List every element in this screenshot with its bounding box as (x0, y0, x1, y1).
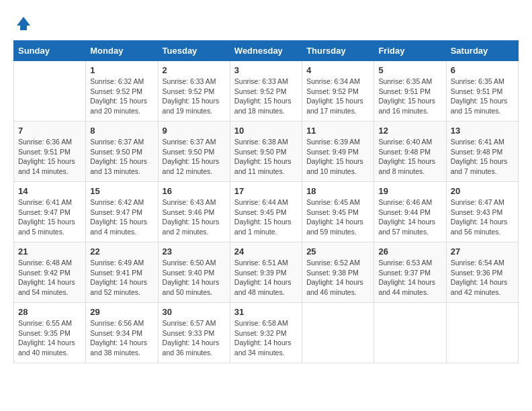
calendar-cell: 17Sunrise: 6:44 AM Sunset: 9:45 PM Dayli… (230, 182, 302, 242)
day-number: 3 (234, 65, 298, 75)
cell-info: Sunrise: 6:56 AM Sunset: 9:34 PM Dayligh… (90, 318, 153, 358)
day-number: 14 (18, 186, 81, 196)
calendar-cell: 2Sunrise: 6:33 AM Sunset: 9:52 PM Daylig… (158, 61, 230, 122)
calendar-cell: 27Sunrise: 6:54 AM Sunset: 9:36 PM Dayli… (446, 242, 518, 303)
day-number: 25 (306, 246, 369, 257)
cell-info: Sunrise: 6:47 AM Sunset: 9:43 PM Dayligh… (451, 197, 514, 237)
cell-info: Sunrise: 6:43 AM Sunset: 9:46 PM Dayligh… (163, 197, 226, 237)
calendar-cell: 28Sunrise: 6:55 AM Sunset: 9:35 PM Dayli… (14, 303, 86, 363)
cell-info: Sunrise: 6:53 AM Sunset: 9:37 PM Dayligh… (378, 258, 441, 298)
day-number: 18 (306, 186, 369, 196)
cell-info: Sunrise: 6:44 AM Sunset: 9:45 PM Dayligh… (234, 197, 298, 237)
cell-info: Sunrise: 6:41 AM Sunset: 9:48 PM Dayligh… (451, 137, 514, 177)
cell-info: Sunrise: 6:50 AM Sunset: 9:40 PM Dayligh… (163, 258, 226, 298)
calendar-cell (446, 303, 518, 363)
calendar-cell: 4Sunrise: 6:34 AM Sunset: 9:52 PM Daylig… (302, 61, 374, 122)
cell-info: Sunrise: 6:49 AM Sunset: 9:41 PM Dayligh… (90, 258, 153, 298)
day-number: 11 (306, 126, 369, 136)
day-header-friday: Friday (374, 41, 446, 61)
day-number: 7 (18, 126, 81, 136)
calendar-cell: 3Sunrise: 6:33 AM Sunset: 9:52 PM Daylig… (230, 61, 302, 122)
calendar-cell: 7Sunrise: 6:36 AM Sunset: 9:51 PM Daylig… (14, 122, 86, 182)
cell-info: Sunrise: 6:35 AM Sunset: 9:51 PM Dayligh… (451, 77, 514, 116)
calendar-cell: 19Sunrise: 6:46 AM Sunset: 9:44 PM Dayli… (374, 182, 446, 242)
calendar-cell: 20Sunrise: 6:47 AM Sunset: 9:43 PM Dayli… (446, 182, 518, 242)
cell-info: Sunrise: 6:34 AM Sunset: 9:52 PM Dayligh… (306, 77, 369, 116)
cell-info: Sunrise: 6:54 AM Sunset: 9:36 PM Dayligh… (451, 258, 514, 298)
day-number: 5 (378, 65, 441, 75)
calendar-cell: 10Sunrise: 6:38 AM Sunset: 9:50 PM Dayli… (230, 122, 302, 182)
calendar-cell: 18Sunrise: 6:45 AM Sunset: 9:45 PM Dayli… (302, 182, 374, 242)
cell-info: Sunrise: 6:48 AM Sunset: 9:42 PM Dayligh… (18, 258, 81, 298)
day-number: 12 (378, 126, 441, 136)
week-row-1: 1Sunrise: 6:32 AM Sunset: 9:52 PM Daylig… (14, 61, 519, 122)
calendar-cell: 11Sunrise: 6:39 AM Sunset: 9:49 PM Dayli… (302, 122, 374, 182)
cell-info: Sunrise: 6:46 AM Sunset: 9:44 PM Dayligh… (378, 197, 441, 237)
cell-info: Sunrise: 6:51 AM Sunset: 9:39 PM Dayligh… (234, 258, 298, 298)
calendar-cell: 25Sunrise: 6:52 AM Sunset: 9:38 PM Dayli… (302, 242, 374, 303)
calendar-cell: 22Sunrise: 6:49 AM Sunset: 9:41 PM Dayli… (86, 242, 158, 303)
cell-info: Sunrise: 6:58 AM Sunset: 9:32 PM Dayligh… (234, 318, 298, 358)
week-row-2: 7Sunrise: 6:36 AM Sunset: 9:51 PM Daylig… (14, 122, 519, 182)
cell-info: Sunrise: 6:45 AM Sunset: 9:45 PM Dayligh… (306, 197, 369, 237)
day-header-sunday: Sunday (14, 41, 86, 61)
logo (13, 13, 36, 34)
calendar-cell: 23Sunrise: 6:50 AM Sunset: 9:40 PM Dayli… (158, 242, 230, 303)
day-number: 21 (18, 246, 81, 257)
cell-info: Sunrise: 6:37 AM Sunset: 9:50 PM Dayligh… (163, 137, 226, 177)
day-number: 31 (234, 307, 298, 317)
calendar-cell: 14Sunrise: 6:41 AM Sunset: 9:47 PM Dayli… (14, 182, 86, 242)
week-row-4: 21Sunrise: 6:48 AM Sunset: 9:42 PM Dayli… (14, 242, 519, 303)
day-header-saturday: Saturday (446, 41, 518, 61)
day-number: 23 (163, 246, 226, 257)
day-number: 15 (90, 186, 153, 196)
calendar-cell: 21Sunrise: 6:48 AM Sunset: 9:42 PM Dayli… (14, 242, 86, 303)
day-number: 19 (378, 186, 441, 196)
cell-info: Sunrise: 6:35 AM Sunset: 9:51 PM Dayligh… (378, 77, 441, 116)
logo-icon (13, 13, 34, 34)
calendar-cell: 16Sunrise: 6:43 AM Sunset: 9:46 PM Dayli… (158, 182, 230, 242)
day-number: 8 (90, 126, 153, 136)
day-number: 1 (90, 65, 153, 75)
calendar-cell: 29Sunrise: 6:56 AM Sunset: 9:34 PM Dayli… (86, 303, 158, 363)
day-number: 6 (451, 65, 514, 75)
day-number: 16 (163, 186, 226, 196)
day-number: 4 (306, 65, 369, 75)
calendar-cell (374, 303, 446, 363)
calendar-cell: 30Sunrise: 6:57 AM Sunset: 9:33 PM Dayli… (158, 303, 230, 363)
calendar-cell: 12Sunrise: 6:40 AM Sunset: 9:48 PM Dayli… (374, 122, 446, 182)
day-number: 22 (90, 246, 153, 257)
calendar-table: SundayMondayTuesdayWednesdayThursdayFrid… (13, 40, 519, 363)
day-header-tuesday: Tuesday (158, 41, 230, 61)
calendar-cell: 13Sunrise: 6:41 AM Sunset: 9:48 PM Dayli… (446, 122, 518, 182)
calendar-cell (302, 303, 374, 363)
cell-info: Sunrise: 6:38 AM Sunset: 9:50 PM Dayligh… (234, 137, 298, 177)
day-number: 26 (378, 246, 441, 257)
week-row-5: 28Sunrise: 6:55 AM Sunset: 9:35 PM Dayli… (14, 303, 519, 363)
cell-info: Sunrise: 6:40 AM Sunset: 9:48 PM Dayligh… (378, 137, 441, 177)
calendar-cell: 9Sunrise: 6:37 AM Sunset: 9:50 PM Daylig… (158, 122, 230, 182)
cell-info: Sunrise: 6:33 AM Sunset: 9:52 PM Dayligh… (234, 77, 298, 116)
cell-info: Sunrise: 6:39 AM Sunset: 9:49 PM Dayligh… (306, 137, 369, 177)
day-number: 20 (451, 186, 514, 196)
cell-info: Sunrise: 6:36 AM Sunset: 9:51 PM Dayligh… (18, 137, 81, 177)
calendar-cell: 26Sunrise: 6:53 AM Sunset: 9:37 PM Dayli… (374, 242, 446, 303)
header (13, 13, 519, 34)
calendar-cell: 5Sunrise: 6:35 AM Sunset: 9:51 PM Daylig… (374, 61, 446, 122)
day-number: 10 (234, 126, 298, 136)
day-number: 9 (163, 126, 226, 136)
day-number: 27 (451, 246, 514, 257)
calendar-cell: 15Sunrise: 6:42 AM Sunset: 9:47 PM Dayli… (86, 182, 158, 242)
calendar-cell: 31Sunrise: 6:58 AM Sunset: 9:32 PM Dayli… (230, 303, 302, 363)
day-number: 17 (234, 186, 298, 196)
day-number: 28 (18, 307, 81, 317)
cell-info: Sunrise: 6:57 AM Sunset: 9:33 PM Dayligh… (163, 318, 226, 358)
day-header-thursday: Thursday (302, 41, 374, 61)
day-number: 30 (163, 307, 226, 317)
day-number: 2 (163, 65, 226, 75)
calendar-cell: 8Sunrise: 6:37 AM Sunset: 9:50 PM Daylig… (86, 122, 158, 182)
cell-info: Sunrise: 6:33 AM Sunset: 9:52 PM Dayligh… (163, 77, 226, 116)
calendar-cell: 6Sunrise: 6:35 AM Sunset: 9:51 PM Daylig… (446, 61, 518, 122)
day-header-wednesday: Wednesday (230, 41, 302, 61)
day-number: 29 (90, 307, 153, 317)
